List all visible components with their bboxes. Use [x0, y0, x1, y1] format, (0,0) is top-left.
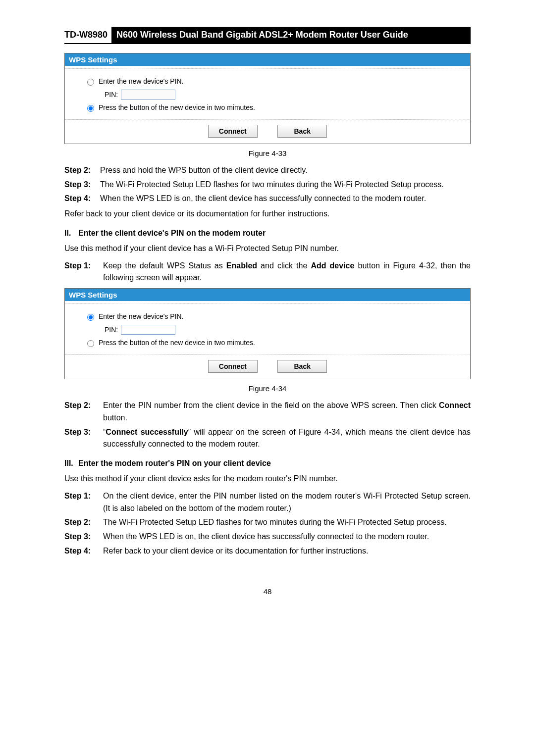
radio-enter-pin-label: Enter the new device's PIN.: [99, 75, 184, 88]
figure-caption-1: Figure 4-33: [64, 149, 471, 157]
pin-input[interactable]: [121, 90, 175, 100]
step-text: When the WPS LED is on, the client devic…: [100, 193, 471, 205]
step-label: Step 3:: [64, 426, 103, 451]
figure-caption-2: Figure 4-34: [64, 384, 471, 393]
paragraph: Use this method if your client device as…: [64, 473, 471, 485]
pin-label: PIN:: [105, 88, 118, 101]
section-heading-2: II. Enter the client device's PIN on the…: [64, 227, 471, 240]
connect-button[interactable]: Connect: [208, 360, 258, 373]
model-label: TD-W8980: [64, 28, 111, 42]
wps-panel-title: WPS Settings: [65, 289, 470, 301]
step-label: Step 1:: [64, 490, 103, 515]
radio-enter-pin[interactable]: [87, 314, 94, 321]
section-heading-3: III. Enter the modem router's PIN on you…: [64, 457, 471, 470]
step-text: “Connect successfully” will appear on th…: [103, 426, 471, 451]
step-text: Enter the PIN number from the client dev…: [103, 400, 471, 424]
doc-header: TD-W8980 N600 Wireless Dual Band Gigabit…: [64, 27, 471, 44]
step-text: The Wi-Fi Protected Setup LED flashes fo…: [103, 516, 471, 529]
step-text: The Wi-Fi Protected Setup LED flashes fo…: [100, 179, 471, 191]
step-text: When the WPS LED is on, the client devic…: [103, 531, 471, 543]
step-text: Keep the default WPS Status as Enabled a…: [103, 260, 471, 285]
step-label: Step 2:: [64, 164, 100, 177]
pin-label: PIN:: [105, 323, 118, 337]
page-number: 48: [64, 587, 471, 596]
radio-enter-pin-label: Enter the new device's PIN.: [99, 310, 184, 323]
step-text: Press and hold the WPS button of the cli…: [100, 164, 471, 177]
step-text: On the client device, enter the PIN numb…: [103, 490, 471, 515]
step-label: Step 1:: [64, 260, 103, 285]
radio-press-button[interactable]: [87, 105, 94, 112]
pin-input[interactable]: [121, 325, 175, 335]
paragraph: Use this method if your client device ha…: [64, 243, 471, 255]
radio-press-button-label: Press the button of the new device in tw…: [99, 101, 255, 114]
step-label: Step 3:: [64, 179, 100, 191]
back-button[interactable]: Back: [277, 360, 327, 373]
step-label: Step 2:: [64, 516, 103, 529]
step-label: Step 4:: [64, 545, 103, 557]
wps-settings-panel-1: WPS Settings Enter the new device's PIN.…: [64, 53, 471, 144]
wps-panel-title: WPS Settings: [65, 53, 470, 66]
wps-settings-panel-2: WPS Settings Enter the new device's PIN.…: [64, 288, 471, 379]
doc-title: N600 Wireless Dual Band Gigabit ADSL2+ M…: [111, 27, 471, 43]
step-label: Step 2:: [64, 400, 103, 424]
paragraph: Refer back to your client device or its …: [64, 208, 471, 220]
radio-press-button-label: Press the button of the new device in tw…: [99, 336, 255, 350]
connect-button[interactable]: Connect: [208, 125, 258, 138]
radio-press-button[interactable]: [87, 340, 94, 347]
step-text: Refer back to your client device or its …: [103, 545, 471, 557]
back-button[interactable]: Back: [277, 125, 327, 138]
step-label: Step 3:: [64, 531, 103, 543]
radio-enter-pin[interactable]: [87, 79, 94, 86]
step-label: Step 4:: [64, 193, 100, 205]
